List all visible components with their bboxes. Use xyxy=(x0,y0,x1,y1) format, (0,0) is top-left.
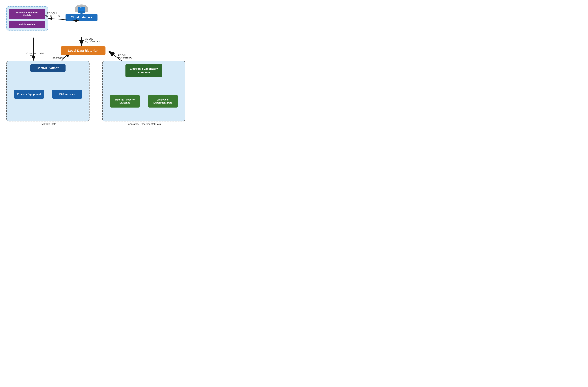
svg-text:Action: Action xyxy=(28,55,34,57)
cloud-icon xyxy=(73,3,90,14)
models-group: Process Simulation Models Hybrid Models xyxy=(6,6,48,31)
svg-text:MQTT/ HTTPS: MQTT/ HTTPS xyxy=(118,57,132,59)
svg-text:OPC/ TCP/IP: OPC/ TCP/IP xyxy=(52,57,65,59)
material-property-box: Material PropertyDatabase xyxy=(110,95,140,107)
process-equipment-box: Process Equipment xyxy=(14,90,44,99)
svg-text:Corrective: Corrective xyxy=(26,52,36,55)
diagram-container: Process Simulation Models Hybrid Models … xyxy=(3,3,189,128)
svg-point-10 xyxy=(78,11,85,14)
process-simulation-box: Process Simulation Models xyxy=(9,9,45,19)
pat-sensors-box: PAT sensors xyxy=(52,90,82,99)
lab-exp-label: Laboratory Experimental Data xyxy=(103,123,185,126)
svg-point-11 xyxy=(80,7,81,8)
svg-text:MQTT/ HTTPS: MQTT/ HTTPS xyxy=(85,40,100,43)
svg-text:XML: XML xyxy=(40,52,44,55)
svg-text:MS SQL /: MS SQL / xyxy=(118,54,127,56)
cloud-database-box: Cloud database xyxy=(65,14,98,21)
cloud-db-group: Cloud database xyxy=(64,3,99,21)
svg-text:MS SQL /: MS SQL / xyxy=(85,38,94,40)
cm-plant-group: Control Platform Process Equipment PAT s… xyxy=(6,61,89,122)
lab-group: Electronic LaboratoryNotebook Material P… xyxy=(102,61,185,122)
local-historian-box: Local Data historian xyxy=(61,46,105,55)
svg-text:MS SQL /: MS SQL / xyxy=(47,12,57,15)
analytical-experiment-box: AnalyticalExperiment Data xyxy=(148,95,178,107)
eln-box: Electronic LaboratoryNotebook xyxy=(126,64,162,77)
hybrid-models-box: Hybrid Models xyxy=(9,21,45,28)
svg-point-12 xyxy=(81,7,82,7)
control-platform-box: Control Platform xyxy=(30,64,65,72)
cm-plant-label: CM Plant Data xyxy=(7,123,89,126)
